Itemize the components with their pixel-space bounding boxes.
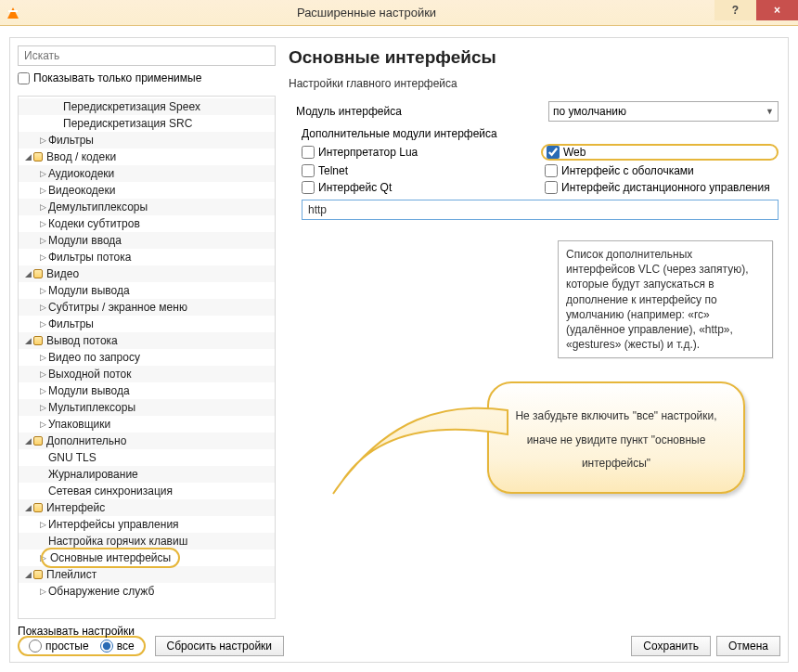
module-label: Модуль интерфейса bbox=[289, 105, 548, 118]
tree-label: Видеокодеки bbox=[48, 182, 115, 199]
tree-label: Дополнительно bbox=[46, 433, 126, 449]
tree-row[interactable]: ▷Фильтры bbox=[19, 132, 275, 149]
tree-label: Вывод потока bbox=[46, 332, 118, 349]
twisty-icon: ◢ bbox=[22, 149, 33, 165]
vlc-icon bbox=[7, 7, 19, 19]
twisty-icon: ▷ bbox=[37, 399, 48, 416]
radio-all[interactable]: все bbox=[100, 640, 135, 653]
tree-row[interactable]: ▷Видеокодеки bbox=[19, 182, 275, 199]
twisty-icon: ◢ bbox=[22, 566, 33, 583]
show-settings-label: Показывать настройки bbox=[18, 625, 135, 638]
tree-row[interactable]: ◢Ввод / кодеки bbox=[19, 149, 275, 165]
tree-row[interactable]: ◢Видео bbox=[19, 265, 275, 282]
module-value: по умолчанию bbox=[553, 105, 626, 118]
tree-label: Кодеки субтитров bbox=[48, 215, 140, 232]
tree-row[interactable]: ▷Интерфейсы управления bbox=[19, 516, 275, 533]
category-icon bbox=[33, 503, 43, 512]
right-panel: Основные интерфейсы Настройки главного и… bbox=[289, 47, 779, 619]
tree-label: Фильтры bbox=[48, 316, 94, 332]
tree-row[interactable]: Сетевая синхронизация bbox=[19, 483, 275, 499]
twisty-icon: ▷ bbox=[37, 516, 48, 533]
twisty-icon: ▷ bbox=[37, 349, 48, 366]
tree-row[interactable]: ▷Модули вывода bbox=[19, 282, 275, 299]
twisty-icon: ◢ bbox=[22, 499, 33, 516]
tree-row[interactable]: ◢Интерфейс bbox=[19, 499, 275, 516]
page-subtitle: Настройки главного интерфейса bbox=[289, 77, 779, 90]
tree-row[interactable]: Передискретизация Speex bbox=[19, 98, 275, 115]
category-icon bbox=[33, 336, 43, 345]
tree-label: Фильтры потока bbox=[48, 249, 131, 265]
tree-row[interactable]: ▷Мультиплексоры bbox=[19, 399, 275, 416]
checkbox-web[interactable]: Web bbox=[547, 146, 586, 159]
twisty-icon: ▷ bbox=[37, 132, 48, 149]
tree-row[interactable]: ▷Основные интерфейсы bbox=[19, 549, 275, 566]
tree-row[interactable]: ▷Кодеки субтитров bbox=[19, 215, 275, 232]
twisty-icon: ▷ bbox=[37, 165, 48, 182]
tree-label: Видео bbox=[46, 265, 79, 282]
tree-label: Интерфейсы управления bbox=[48, 516, 179, 533]
tree-row[interactable]: ▷Фильтры bbox=[19, 316, 275, 332]
twisty-icon: ◢ bbox=[22, 265, 33, 282]
twisty-icon: ▷ bbox=[37, 199, 48, 215]
only-applicable-box[interactable] bbox=[18, 72, 30, 84]
twisty-icon: ▷ bbox=[37, 282, 48, 299]
settings-tree[interactable]: Передискретизация SpeexПередискретизация… bbox=[18, 96, 276, 619]
help-button[interactable]: ? bbox=[714, 0, 756, 20]
module-select[interactable]: по умолчанию ▼ bbox=[548, 101, 779, 122]
tree-label: Мультиплексоры bbox=[48, 399, 135, 416]
tree-row[interactable]: Журналирование bbox=[19, 466, 275, 483]
checkbox-lua[interactable]: Интерпретатор Lua bbox=[302, 144, 535, 161]
category-icon bbox=[33, 570, 43, 579]
tree-row[interactable]: ▷Упаковщики bbox=[19, 416, 275, 433]
tree-label: Видео по запросу bbox=[48, 349, 140, 366]
checkbox-skins[interactable]: Интерфейс с оболочками bbox=[545, 164, 779, 177]
tree-label: Демультиплексоры bbox=[48, 199, 148, 215]
tree-row[interactable]: ▷Выходной поток bbox=[19, 366, 275, 382]
save-button[interactable]: Сохранить bbox=[631, 636, 711, 656]
tree-row[interactable]: Передискретизация SRC bbox=[19, 115, 275, 132]
extra-interfaces-input[interactable] bbox=[302, 200, 779, 220]
twisty-icon: ▷ bbox=[37, 182, 48, 199]
twisty-icon: ▷ bbox=[37, 366, 48, 382]
radio-simple[interactable]: простые bbox=[29, 640, 89, 653]
cancel-button[interactable]: Отмена bbox=[716, 636, 780, 656]
only-applicable-checkbox[interactable]: Показывать только применимые bbox=[18, 71, 276, 84]
page-title: Основные интерфейсы bbox=[289, 47, 779, 68]
chevron-down-icon: ▼ bbox=[766, 107, 774, 116]
tree-label: Основные интерфейсы bbox=[50, 551, 171, 564]
twisty-icon: ◢ bbox=[22, 332, 33, 349]
checkbox-remote[interactable]: Интерфейс дистанционного управления bbox=[545, 181, 779, 194]
checkbox-qt[interactable]: Интерфейс Qt bbox=[302, 181, 535, 194]
tree-label: Обнаружение служб bbox=[48, 583, 154, 600]
bottom-bar: Показывать настройки простые все Сбросит… bbox=[18, 621, 780, 656]
tree-label: Выходной поток bbox=[48, 366, 131, 382]
tree-row[interactable]: ▷Видео по запросу bbox=[19, 349, 275, 366]
tooltip: Список дополнительных интерфейсов VLC (ч… bbox=[558, 240, 773, 358]
tree-row[interactable]: ▷Субтитры / экранное меню bbox=[19, 299, 275, 316]
twisty-icon: ▷ bbox=[37, 215, 48, 232]
tree-label: Субтитры / экранное меню bbox=[48, 299, 187, 316]
twisty-icon: ▷ bbox=[37, 249, 48, 265]
tree-row[interactable]: ▷Модули вывода bbox=[19, 382, 275, 399]
tree-row[interactable]: ▷Обнаружение служб bbox=[19, 583, 275, 600]
twisty-icon: ▷ bbox=[37, 416, 48, 433]
search-input[interactable] bbox=[18, 45, 276, 66]
tree-row[interactable]: ◢Дополнительно bbox=[19, 433, 275, 449]
checkbox-telnet[interactable]: Telnet bbox=[302, 164, 535, 177]
only-applicable-label: Показывать только применимые bbox=[33, 71, 201, 84]
tree-row[interactable]: ◢Вывод потока bbox=[19, 332, 275, 349]
tree-row[interactable]: ▷Фильтры потока bbox=[19, 249, 275, 265]
reset-button[interactable]: Сбросить настройки bbox=[155, 636, 284, 656]
tree-highlight: Основные интерфейсы bbox=[41, 548, 180, 568]
callout-text: Не забудьте включить "все" настройки, ин… bbox=[515, 409, 716, 470]
category-icon bbox=[33, 436, 43, 446]
tree-row[interactable]: ◢Плейлист bbox=[19, 566, 275, 583]
close-button[interactable]: × bbox=[756, 0, 798, 20]
window-title: Расширенные настройки bbox=[19, 6, 714, 19]
tree-row[interactable]: ▷Модули ввода bbox=[19, 232, 275, 249]
twisty-icon: ◢ bbox=[22, 433, 33, 449]
tree-row[interactable]: ▷Аудиокодеки bbox=[19, 165, 275, 182]
tree-label: Интерфейс bbox=[46, 499, 105, 516]
tree-row[interactable]: ▷Демультиплексоры bbox=[19, 199, 275, 215]
tree-row[interactable]: GNU TLS bbox=[19, 449, 275, 466]
